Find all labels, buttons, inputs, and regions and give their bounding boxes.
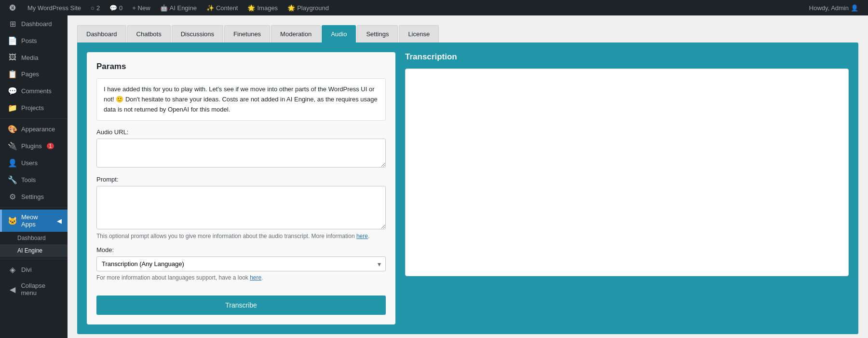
new-link[interactable]: + New [128, 0, 154, 15]
sidebar-item-label: Dashboard [21, 20, 52, 28]
tab-dashboard[interactable]: Dashboard [77, 25, 126, 42]
comments-icon: 💬 [109, 4, 117, 12]
pages-icon: 📋 [8, 70, 17, 79]
media-icon: 🖼 [8, 53, 17, 62]
submenu-label: AI Engine [17, 247, 42, 254]
tab-audio[interactable]: Audio [322, 25, 356, 42]
audio-url-input[interactable] [96, 139, 386, 168]
sidebar-item-label: Tools [21, 176, 36, 183]
sidebar-item-label: Users [21, 159, 38, 167]
tab-moderation[interactable]: Moderation [271, 25, 321, 42]
sidebar-item-meow-apps[interactable]: 🐱 Meow Apps ◀ [0, 210, 68, 232]
projects-icon: 📁 [8, 103, 17, 113]
tab-settings[interactable]: Settings [357, 25, 398, 42]
settings-icon: ⚙ [8, 192, 17, 201]
sidebar-item-users[interactable]: 👤 Users [0, 155, 68, 171]
sidebar-item-divi[interactable]: ◈ Divi [0, 261, 68, 278]
tab-finetunes[interactable]: Finetunes [224, 25, 270, 42]
sidebar-item-label: Appearance [21, 126, 55, 133]
sidebar-item-label: Divi [21, 266, 32, 273]
submenu-item-ai-engine[interactable]: AI Engine [0, 244, 68, 257]
sidebar-item-dashboard[interactable]: ⊞ Dashboard [0, 15, 68, 32]
audio-panel: Params I have added this for you to play… [77, 42, 858, 334]
submenu-label: Dashboard [17, 235, 46, 241]
main-content: Dashboard Chatbots Discussions Finetunes… [68, 15, 868, 338]
tab-chatbots[interactable]: Chatbots [127, 25, 171, 42]
sidebar-item-comments[interactable]: 💬 Comments [0, 83, 68, 99]
sidebar-item-label: Comments [21, 87, 52, 95]
ai-engine-link[interactable]: 🤖 AI Engine [156, 0, 201, 15]
menu-separator-1 [0, 118, 68, 119]
submenu-item-dashboard[interactable]: Dashboard [0, 232, 68, 244]
collapse-icon: ◀ [8, 285, 17, 294]
sidebar: ⊞ Dashboard 📄 Posts 🖼 Media 📋 Pages 💬 Co… [0, 15, 68, 338]
tab-discussions[interactable]: Discussions [172, 25, 223, 42]
sidebar-item-posts[interactable]: 📄 Posts [0, 32, 68, 49]
menu-separator-3 [0, 259, 68, 259]
tools-icon: 🔧 [8, 175, 17, 184]
sidebar-item-tools[interactable]: 🔧 Tools [0, 171, 68, 188]
sidebar-item-label: Posts [21, 37, 37, 44]
sidebar-item-label: Settings [21, 193, 44, 200]
prompt-label: Prompt: [96, 176, 386, 183]
users-icon: 👤 [8, 158, 17, 168]
playground-link[interactable]: 🌟 Playground [284, 0, 333, 15]
transcription-title: Transcription [405, 52, 849, 62]
sidebar-item-projects[interactable]: 📁 Projects [0, 99, 68, 116]
sidebar-item-label: Projects [21, 104, 44, 112]
dashboard-icon: ⊞ [8, 19, 17, 28]
prompt-helper-link[interactable]: here [356, 233, 368, 239]
mode-select-wrapper: Transcription (Any Language) Translation… [96, 256, 386, 271]
sidebar-item-appearance[interactable]: 🎨 Appearance [0, 121, 68, 138]
plugins-icon: 🔌 [8, 141, 17, 151]
tab-bar: Dashboard Chatbots Discussions Finetunes… [77, 25, 858, 42]
params-title: Params [96, 62, 386, 71]
comments-menu-icon: 💬 [8, 86, 17, 96]
playground-icon: 🌟 [287, 4, 295, 12]
plugins-badge: 1 [47, 143, 54, 149]
sidebar-item-pages[interactable]: 📋 Pages [0, 66, 68, 83]
mode-label: Mode: [96, 246, 386, 254]
comments-link[interactable]: 💬 0 [106, 0, 126, 15]
avatar-icon: 👤 [851, 4, 858, 12]
content-link[interactable]: ✨ Content [203, 0, 242, 15]
sidebar-item-label: Plugins [21, 142, 42, 150]
sidebar-item-media[interactable]: 🖼 Media [0, 49, 68, 66]
ai-engine-icon: 🤖 [160, 4, 168, 12]
audio-url-label: Audio URL: [96, 128, 386, 136]
posts-icon: 📄 [8, 36, 17, 45]
mode-helper-link[interactable]: here [250, 274, 261, 281]
transcription-textarea[interactable] [405, 69, 849, 276]
images-icon: 🌟 [247, 4, 255, 12]
site-name-link[interactable]: My WordPress Site [24, 0, 85, 15]
tab-license[interactable]: License [399, 25, 439, 42]
wp-logo[interactable]: 🅦 [6, 0, 20, 15]
transcription-card: Transcription [405, 52, 849, 324]
content-icon: ✨ [206, 4, 214, 12]
sidebar-item-settings[interactable]: ⚙ Settings [0, 188, 68, 205]
prompt-input[interactable] [96, 186, 386, 229]
mode-select[interactable]: Transcription (Any Language) Translation… [96, 256, 386, 271]
images-link[interactable]: 🌟 Images [244, 0, 282, 15]
transcribe-button[interactable]: Transcribe [96, 296, 386, 315]
meow-apps-icon: 🐱 [8, 216, 17, 225]
wp-icon: 🅦 [10, 4, 16, 12]
divi-icon: ◈ [8, 265, 17, 274]
sidebar-item-label: Pages [21, 70, 39, 78]
sidebar-item-label: Collapse menu [21, 282, 62, 296]
appearance-icon: 🎨 [8, 125, 17, 134]
prompt-helper-text: This optional prompt allows you to give … [96, 233, 386, 239]
menu-separator-2 [0, 207, 68, 208]
revisions-link[interactable]: ○ 2 [87, 0, 104, 15]
info-box: I have added this for you to play with. … [96, 78, 386, 121]
sidebar-item-collapse[interactable]: ◀ Collapse menu [0, 278, 68, 300]
sidebar-item-label: Media [21, 54, 38, 61]
howdy-label[interactable]: Howdy, Admin 👤 [805, 0, 862, 15]
sidebar-item-plugins[interactable]: 🔌 Plugins 1 [0, 138, 68, 155]
params-card: Params I have added this for you to play… [87, 52, 395, 324]
revisions-icon: ○ [91, 4, 95, 12]
collapse-arrow-icon: ◀ [57, 217, 62, 225]
admin-bar: 🅦 My WordPress Site ○ 2 💬 0 + New 🤖 AI E… [0, 0, 868, 15]
mode-helper-text: For more information about languages sup… [96, 274, 386, 281]
sidebar-item-label: Meow Apps [21, 213, 53, 228]
